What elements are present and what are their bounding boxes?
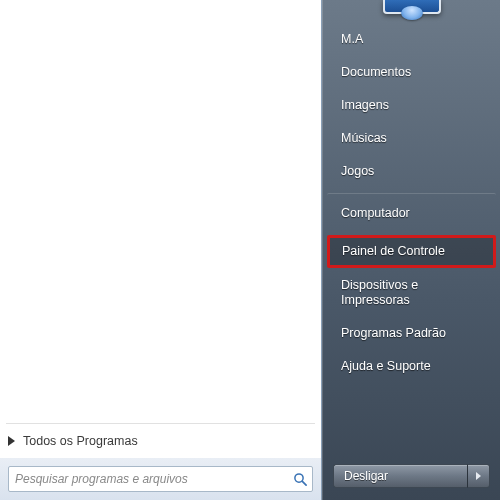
user-picture	[383, 0, 441, 14]
start-menu: Todos os Programas M.A	[0, 0, 500, 500]
shutdown-group: Desligar	[333, 464, 490, 488]
sidebar-item-pictures[interactable]: Imagens	[327, 90, 496, 121]
search-icon[interactable]	[288, 467, 312, 491]
sidebar-item-music[interactable]: Músicas	[327, 123, 496, 154]
shutdown-label: Desligar	[344, 469, 388, 483]
sidebar-item-games[interactable]: Jogos	[327, 156, 496, 187]
sidebar-item-computer[interactable]: Computador	[327, 193, 496, 229]
sidebar-item-control-panel[interactable]: Painel de Controle	[327, 235, 496, 268]
sidebar-item-label: Computador	[341, 206, 410, 220]
svg-line-1	[302, 481, 306, 485]
sidebar-item-label: Músicas	[341, 131, 387, 145]
sidebar-item-label: M.A	[341, 32, 363, 46]
sidebar-item-label: Jogos	[341, 164, 374, 178]
sidebar-item-devices-printers[interactable]: Dispositivos e Impressoras	[327, 270, 496, 316]
programs-list	[0, 0, 321, 423]
left-pane: Todos os Programas	[0, 0, 322, 500]
user-picture-frame[interactable]	[323, 0, 500, 20]
shutdown-options-button[interactable]	[468, 464, 490, 488]
sidebar-item-label: Painel de Controle	[342, 244, 445, 258]
all-programs-button[interactable]: Todos os Programas	[0, 424, 321, 458]
sidebar-item-label: Dispositivos e Impressoras	[341, 278, 418, 307]
sidebar-item-label: Documentos	[341, 65, 411, 79]
sidebar-item-user[interactable]: M.A	[327, 24, 496, 55]
right-list: M.A Documentos Imagens Músicas Jogos Com…	[323, 20, 500, 458]
search-field[interactable]	[8, 466, 313, 492]
sidebar-item-label: Ajuda e Suporte	[341, 359, 431, 373]
caret-right-icon	[476, 472, 481, 480]
sidebar-item-default-programs[interactable]: Programas Padrão	[327, 318, 496, 349]
search-input[interactable]	[9, 472, 288, 486]
sidebar-item-help-support[interactable]: Ajuda e Suporte	[327, 351, 496, 382]
user-orb-icon	[401, 6, 423, 20]
all-programs-label: Todos os Programas	[23, 434, 138, 448]
right-pane: M.A Documentos Imagens Músicas Jogos Com…	[322, 0, 500, 500]
sidebar-item-label: Imagens	[341, 98, 389, 112]
sidebar-item-documents[interactable]: Documentos	[327, 57, 496, 88]
search-row	[0, 458, 321, 500]
shutdown-button[interactable]: Desligar	[333, 464, 468, 488]
caret-right-icon	[8, 436, 15, 446]
sidebar-item-label: Programas Padrão	[341, 326, 446, 340]
